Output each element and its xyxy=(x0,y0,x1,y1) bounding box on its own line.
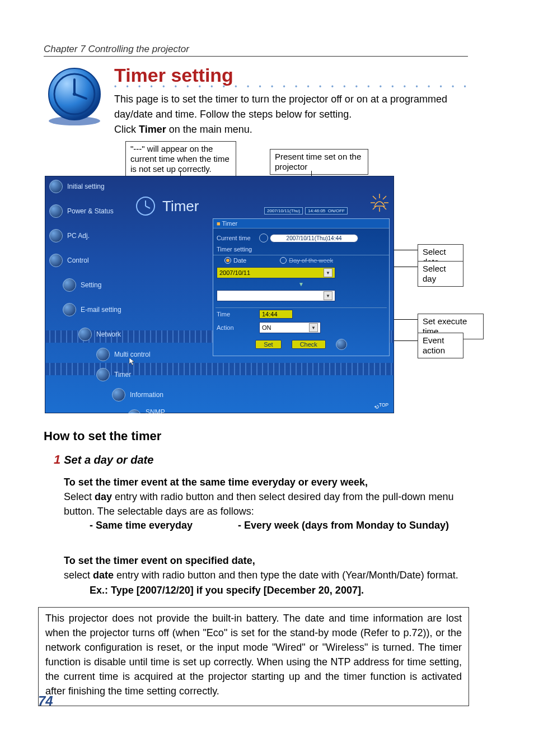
radio-date-label: Date xyxy=(233,257,246,264)
sidebar-item-control[interactable]: Control xyxy=(47,252,163,269)
check-button[interactable]: Check xyxy=(292,340,326,349)
action-dropdown[interactable]: ON ▼ xyxy=(259,322,321,333)
row-buttons: Set Check xyxy=(213,337,389,352)
chevron-down-icon: ▼ xyxy=(309,323,318,332)
wrench-icon xyxy=(63,278,76,292)
sidebar-item-timer[interactable]: Timer xyxy=(47,366,163,383)
sidebar-item-label: PC Adj. xyxy=(67,232,90,240)
action-value: ON xyxy=(262,324,271,331)
current-time-value: 2007/10/11(Thu)14:44 xyxy=(270,234,358,242)
sidebar-item-multi-control[interactable]: Multi control xyxy=(47,346,163,363)
sidebar-item-setting[interactable]: Setting xyxy=(47,277,163,293)
action-label: Action xyxy=(217,324,259,331)
svg-line-16 xyxy=(373,206,376,209)
sidebar-item-snmp[interactable]: SNMP setting xyxy=(47,407,163,413)
sidebar-item-label: Network xyxy=(96,330,121,338)
panel-header-label: Timer xyxy=(222,220,238,227)
options-list: - Same time everyday - Every week (days … xyxy=(90,520,449,531)
radio-date[interactable] xyxy=(224,257,231,264)
cursor-icon xyxy=(129,357,135,366)
paragraph-3: To set the timer event on specified date… xyxy=(64,553,468,568)
top-link-label: TOP xyxy=(379,402,388,408)
globe-icon xyxy=(78,328,92,341)
chapter-header: Chapter 7 Controlling the projector xyxy=(44,44,189,55)
row-time: Time 14:44 xyxy=(213,308,389,320)
callout-current-time-na: "---" will appear on the current time wh… xyxy=(125,141,236,177)
svg-line-14 xyxy=(383,206,386,209)
sidebar-item-label: Control xyxy=(67,256,89,264)
sidebar-item-network[interactable]: Network xyxy=(47,326,163,343)
decorative-dots: • • • • • • • • • • • • • • • • • • • • … xyxy=(114,83,468,91)
row-current-time: Current time 2007/10/11(Thu)14:44 xyxy=(213,232,389,244)
p4-post: entry with radio button and then type th… xyxy=(114,570,458,581)
row-date-dropdown: 2007/10/11 ▼ xyxy=(213,265,389,280)
p4-bold: date xyxy=(93,570,114,581)
header-time-value: 14:46:05 xyxy=(308,208,325,213)
intro-bold: Timer xyxy=(139,124,166,135)
svg-line-8 xyxy=(146,206,150,208)
svg-point-5 xyxy=(73,92,76,96)
p2-post: entry with radio button and then select … xyxy=(64,491,453,517)
callout-select-day: Select day xyxy=(418,261,463,287)
sun-icon xyxy=(369,193,390,213)
info-icon xyxy=(112,388,125,402)
panel-header: ■ Timer xyxy=(213,219,389,228)
header-rule xyxy=(44,56,468,57)
sidebar-item-label: Power & Status xyxy=(67,207,114,215)
p4-pre: select xyxy=(64,570,93,581)
time-value: 14:44 xyxy=(262,311,278,318)
monitor-icon xyxy=(49,229,63,242)
header-onoff: ON/OFF xyxy=(328,208,345,213)
day-dropdown[interactable]: ▼ xyxy=(217,290,335,301)
divider-arrow: ▼ xyxy=(213,281,389,287)
step-number: 1 xyxy=(54,452,60,466)
power-icon xyxy=(49,204,63,218)
row-action: Action ON ▼ xyxy=(213,320,389,335)
option-2: - Every week (days from Monday to Sunday… xyxy=(238,520,449,531)
gear-icon xyxy=(49,180,63,193)
sliders-icon xyxy=(49,254,63,267)
header-clock: 2007/10/11(Thu) 14:46:05 ON/OFF xyxy=(264,207,348,214)
callout-present-time: Present time set on the projector xyxy=(270,149,368,175)
sidebar-item-label: SNMP setting xyxy=(146,408,165,413)
clock-icon xyxy=(96,368,110,381)
intro-text: This page is to set the timer to turn th… xyxy=(114,92,468,137)
current-time-label: Current time xyxy=(217,235,259,241)
sidebar-item-email[interactable]: E-mail setting xyxy=(47,301,163,318)
timer-panel: ■ Timer Current time 2007/10/11(Thu)14:4… xyxy=(213,218,390,356)
paragraph-2: Select day entry with radio button and t… xyxy=(64,489,468,519)
row-radio: Date Day of the week xyxy=(213,255,389,265)
paragraph-1: To set the timer event at the same time … xyxy=(64,475,468,489)
intro-pre: Click xyxy=(114,124,139,135)
sidebar-item-label: E-mail setting xyxy=(81,306,121,314)
time-label: Time xyxy=(217,311,259,318)
callout-event-action: Event action xyxy=(418,333,463,358)
paragraph-5: Ex.: Type [2007/12/20] if you specify [D… xyxy=(90,585,468,596)
date-dropdown[interactable]: 2007/10/11 ▼ xyxy=(217,267,335,278)
sidebar-item-information[interactable]: Information xyxy=(47,386,163,403)
svg-line-15 xyxy=(383,196,386,199)
header-date: 2007/10/11(Thu) xyxy=(264,207,303,214)
timer-section-icon xyxy=(44,66,105,128)
radio-day-label: Day of the week xyxy=(289,257,333,264)
subheading-how-to-set: How to set the timer xyxy=(44,429,161,444)
top-link[interactable]: ↻TOP xyxy=(374,402,388,410)
sidebar-item-label: Initial setting xyxy=(67,183,105,190)
p2-pre: Select xyxy=(64,491,95,502)
power-icon xyxy=(336,339,347,350)
monitors-icon xyxy=(96,348,110,361)
sidebar-item-label: Setting xyxy=(81,281,101,289)
radio-day[interactable] xyxy=(280,257,287,264)
clock-icon xyxy=(134,195,157,217)
set-button[interactable]: Set xyxy=(255,340,282,349)
intro-post: on the main menu. xyxy=(166,124,252,135)
sidebar-item-initial-setting[interactable]: Initial setting xyxy=(47,178,163,195)
intro-line-2: Click Timer on the main menu. xyxy=(114,124,252,135)
sidebar-item-label: Information xyxy=(130,391,163,399)
time-input[interactable]: 14:44 xyxy=(259,310,293,319)
timer-setting-label: Timer setting xyxy=(217,246,252,253)
p2-bold: day xyxy=(95,491,112,502)
row-day-dropdown: ▼ xyxy=(213,288,389,303)
sidebar-item-pc-adj[interactable]: PC Adj. xyxy=(47,227,163,244)
date-dropdown-value: 2007/10/11 xyxy=(219,269,250,276)
